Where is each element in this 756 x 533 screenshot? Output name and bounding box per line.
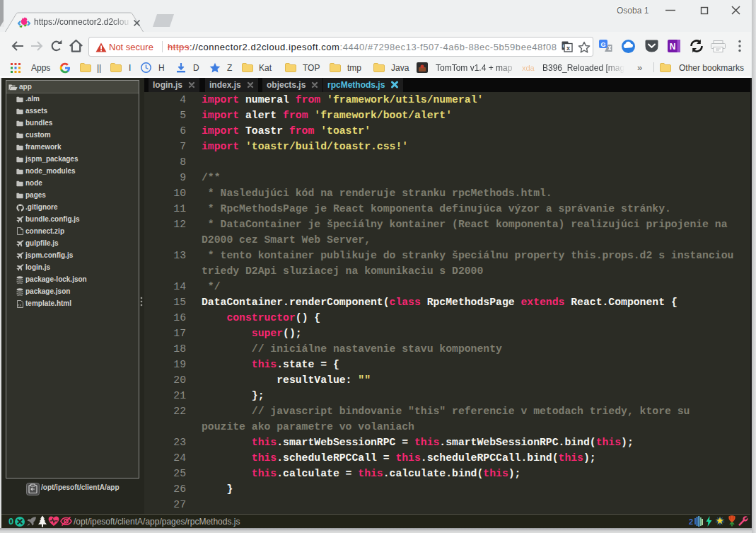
svg-text:x: x — [566, 45, 570, 52]
svg-text:N: N — [670, 42, 676, 52]
svg-text:G: G — [600, 41, 605, 48]
